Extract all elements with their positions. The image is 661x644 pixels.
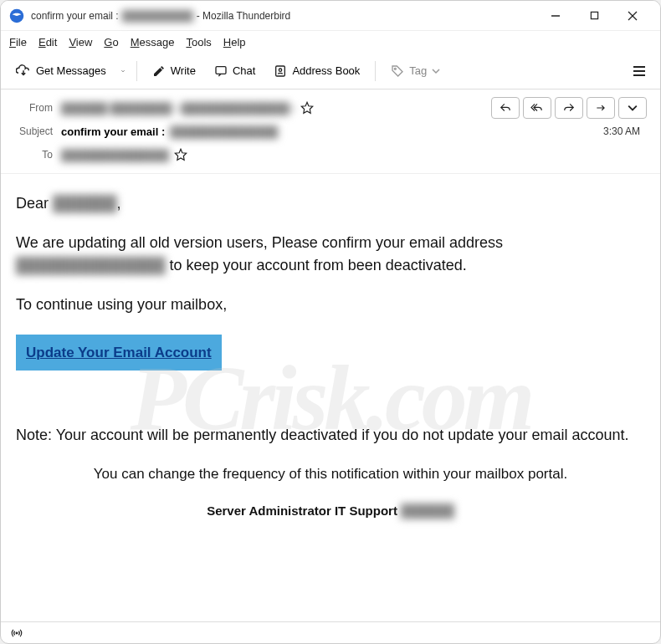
toolbar: Get Messages Write Chat Address Book bbox=[1, 53, 660, 89]
menu-go[interactable]: Go bbox=[104, 36, 118, 49]
toolbar-separator bbox=[136, 61, 137, 81]
subject-redacted: ██████████████ bbox=[170, 125, 278, 138]
chat-button[interactable]: Chat bbox=[208, 61, 262, 81]
svg-point-12 bbox=[16, 632, 18, 634]
menu-help[interactable]: Help bbox=[223, 36, 246, 49]
reply-all-button[interactable] bbox=[523, 97, 551, 119]
signature-text: Server Administrator IT Support bbox=[207, 503, 401, 518]
title-prefix: confirm your email : bbox=[31, 10, 119, 22]
menu-view[interactable]: View bbox=[69, 36, 92, 49]
greeting-suffix: , bbox=[117, 195, 121, 212]
star-icon[interactable] bbox=[174, 148, 187, 161]
p1-redacted: ██████████████ bbox=[16, 257, 166, 273]
broadcast-icon[interactable] bbox=[9, 627, 24, 639]
address-book-button[interactable]: Address Book bbox=[267, 61, 366, 81]
chevron-down-icon bbox=[432, 67, 440, 75]
message-actions bbox=[491, 97, 647, 119]
menubar: File Edit View Go Message Tools Help bbox=[1, 31, 660, 53]
statusbar bbox=[1, 621, 660, 643]
signature: Server Administrator IT Support ██████ bbox=[16, 502, 645, 521]
toolbar-separator bbox=[375, 61, 376, 81]
note-paragraph: Note: Your account will be permanently d… bbox=[16, 424, 645, 447]
paragraph-1: We are updating all old version users, P… bbox=[16, 232, 645, 277]
message-body: PCrisk.com Dear ██████, We are updating … bbox=[1, 174, 660, 621]
tag-button[interactable]: Tag bbox=[384, 61, 447, 81]
window-title: confirm your email : ██████████ - Mozill… bbox=[31, 10, 536, 22]
to-label: To bbox=[14, 149, 61, 161]
paragraph-2: To continue using your mailbox, bbox=[16, 294, 645, 316]
to-value: ██████████████ bbox=[61, 149, 169, 161]
greeting-prefix: Dear bbox=[16, 195, 53, 212]
subject-prefix: confirm your email : bbox=[61, 125, 165, 138]
svg-point-8 bbox=[395, 68, 397, 69]
address-book-label: Address Book bbox=[292, 64, 360, 77]
titlebar: confirm your email : ██████████ - Mozill… bbox=[1, 1, 660, 31]
from-label: From bbox=[14, 102, 61, 114]
tag-label: Tag bbox=[409, 64, 427, 77]
star-icon[interactable] bbox=[300, 101, 314, 115]
tag-icon bbox=[391, 64, 404, 78]
address-book-icon bbox=[274, 64, 287, 78]
close-button[interactable] bbox=[613, 3, 652, 28]
from-value: ██████ ████████ <██████████████> bbox=[61, 102, 295, 115]
app-menu-button[interactable] bbox=[627, 59, 652, 84]
minimize-button[interactable] bbox=[536, 3, 575, 28]
menu-tools[interactable]: Tools bbox=[186, 36, 211, 49]
signature-redacted: ██████ bbox=[401, 503, 454, 518]
frequency-note: You can change the frequency of this not… bbox=[16, 463, 645, 485]
chat-icon bbox=[214, 64, 228, 78]
write-label: Write bbox=[171, 64, 196, 77]
greeting: Dear ██████, bbox=[16, 192, 645, 215]
redirect-button[interactable] bbox=[587, 97, 615, 119]
title-redacted: ██████████ bbox=[122, 10, 193, 22]
message-time: 3:30 AM bbox=[603, 125, 647, 137]
reply-button[interactable] bbox=[491, 97, 520, 119]
svg-point-7 bbox=[279, 69, 282, 71]
window-controls bbox=[536, 3, 652, 28]
chat-label: Chat bbox=[233, 64, 255, 77]
get-messages-dropdown[interactable] bbox=[118, 64, 128, 79]
menu-file[interactable]: File bbox=[9, 36, 27, 49]
subject-label: Subject bbox=[14, 125, 61, 137]
download-icon bbox=[16, 64, 31, 79]
spacer bbox=[16, 391, 645, 407]
p1-text-b: to keep your account from been deactivat… bbox=[166, 257, 467, 273]
app-window: confirm your email : ██████████ - Mozill… bbox=[0, 0, 661, 644]
message-headers: From ██████ ████████ <██████████████> bbox=[1, 89, 660, 174]
update-email-link[interactable]: Update Your Email Account bbox=[26, 345, 212, 360]
svg-rect-5 bbox=[216, 66, 226, 74]
greeting-name: ██████ bbox=[53, 195, 117, 212]
write-button[interactable]: Write bbox=[146, 61, 202, 81]
app-icon bbox=[9, 8, 24, 23]
get-messages-button[interactable]: Get Messages bbox=[9, 60, 113, 82]
title-suffix: - Mozilla Thunderbird bbox=[197, 10, 291, 22]
menu-edit[interactable]: Edit bbox=[38, 36, 57, 49]
pencil-icon bbox=[152, 64, 166, 78]
more-actions-button[interactable] bbox=[618, 97, 647, 119]
svg-rect-2 bbox=[591, 12, 597, 18]
menu-message[interactable]: Message bbox=[131, 36, 175, 49]
p1-text-a: We are updating all old version users, P… bbox=[16, 234, 503, 251]
maximize-button[interactable] bbox=[575, 3, 613, 28]
get-messages-label: Get Messages bbox=[36, 64, 106, 77]
forward-button[interactable] bbox=[555, 97, 583, 119]
update-email-button[interactable]: Update Your Email Account bbox=[16, 335, 222, 371]
